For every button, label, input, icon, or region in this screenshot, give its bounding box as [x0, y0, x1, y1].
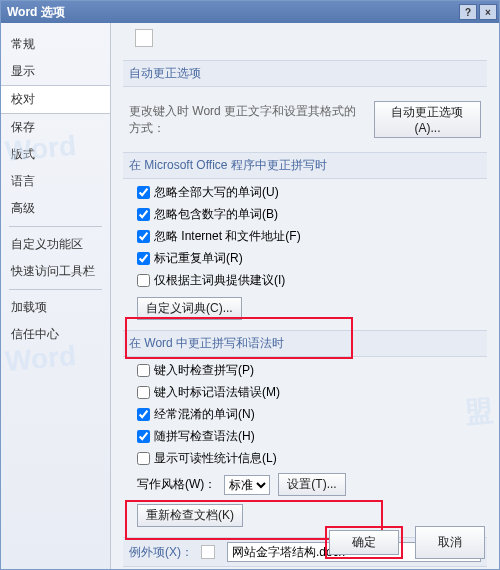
sidebar-item-proofing[interactable]: 校对 — [1, 85, 110, 114]
cancel-button[interactable]: 取消 — [415, 526, 485, 559]
sidebar-item-general[interactable]: 常规 — [1, 31, 110, 58]
word-options-window: Word 选项 ? × Word Word 常规 显示 校对 保存 版式 语言 … — [0, 0, 500, 570]
document-icon — [201, 545, 215, 559]
sidebar-item-quick-access[interactable]: 快速访问工具栏 — [1, 258, 110, 285]
autocorrect-desc: 更改键入时 Word 更正文字和设置其格式的方式： — [129, 103, 368, 137]
chk-grammar-with-spelling[interactable] — [137, 430, 150, 443]
writing-style-label: 写作风格(W)： — [137, 476, 216, 493]
sidebar-item-advanced[interactable]: 高级 — [1, 195, 110, 222]
chk-ignore-internet[interactable] — [137, 230, 150, 243]
recheck-doc-button[interactable]: 重新检查文档(K) — [137, 504, 243, 527]
help-icon[interactable]: ? — [459, 4, 477, 20]
chk-readability-stats[interactable] — [137, 452, 150, 465]
chk-main-dict-only[interactable] — [137, 274, 150, 287]
chk-flag-repeated[interactable] — [137, 252, 150, 265]
close-icon[interactable]: × — [479, 4, 497, 20]
sidebar-item-display[interactable]: 显示 — [1, 58, 110, 85]
sidebar-item-language[interactable]: 语言 — [1, 168, 110, 195]
sidebar-item-customize-ribbon[interactable]: 自定义功能区 — [1, 231, 110, 258]
section-office-head: 在 Microsoft Office 程序中更正拼写时 — [123, 152, 487, 179]
sidebar-item-addins[interactable]: 加载项 — [1, 294, 110, 321]
settings-button[interactable]: 设置(T)... — [278, 473, 345, 496]
chk-check-spelling-typing[interactable] — [137, 364, 150, 377]
page-icon — [135, 29, 153, 47]
sidebar-item-save[interactable]: 保存 — [1, 114, 110, 141]
sidebar-item-trust-center[interactable]: 信任中心 — [1, 321, 110, 348]
custom-dict-button[interactable]: 自定义词典(C)... — [137, 297, 242, 320]
ok-button[interactable]: 确定 — [329, 530, 399, 555]
section-autocorrect-head: 自动更正选项 — [123, 60, 487, 87]
sidebar-item-layout[interactable]: 版式 — [1, 141, 110, 168]
chk-mark-grammar-typing[interactable] — [137, 386, 150, 399]
main-panel: 盟 自动更正选项 更改键入时 Word 更正文字和设置其格式的方式： 自动更正选… — [111, 23, 499, 569]
autocorrect-options-button[interactable]: 自动更正选项(A)... — [374, 101, 481, 138]
chk-ignore-numbers[interactable] — [137, 208, 150, 221]
titlebar: Word 选项 ? × — [1, 1, 499, 23]
chk-confused-words[interactable] — [137, 408, 150, 421]
sidebar: Word Word 常规 显示 校对 保存 版式 语言 高级 自定义功能区 快速… — [1, 23, 111, 569]
section-word-head: 在 Word 中更正拼写和语法时 — [123, 330, 487, 357]
chk-ignore-uppercase[interactable] — [137, 186, 150, 199]
writing-style-select[interactable]: 标准 — [224, 475, 270, 495]
window-title: Word 选项 — [7, 4, 65, 21]
